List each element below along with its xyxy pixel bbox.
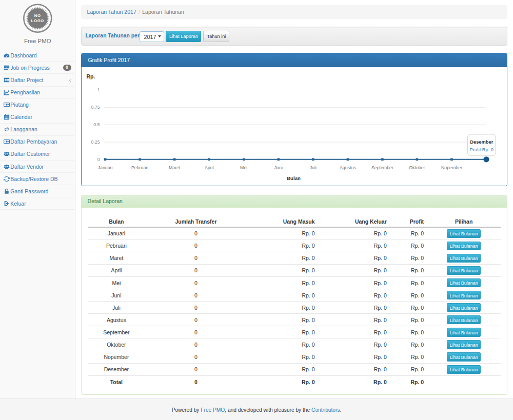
svg-text:Nopember: Nopember (441, 165, 462, 170)
svg-text:September: September (371, 165, 393, 170)
svg-text:0.25: 0.25 (91, 139, 100, 144)
svg-text:Bulan: Bulan (287, 175, 301, 181)
svg-text:NO: NO (34, 13, 41, 18)
svg-text:1: 1 (97, 87, 100, 92)
svg-text:Oktober: Oktober (409, 165, 425, 170)
svg-text:0.75: 0.75 (91, 105, 100, 110)
svg-text:Maret: Maret (169, 165, 181, 170)
svg-text:Desember: Desember (470, 139, 494, 145)
svg-text:Pebruari: Pebruari (131, 165, 148, 170)
svg-text:Rp.: Rp. (87, 74, 95, 79)
svg-text:Juli: Juli (310, 165, 317, 170)
svg-text:0: 0 (97, 156, 100, 162)
svg-text:0.5: 0.5 (94, 122, 100, 127)
svg-text:Mei: Mei (240, 165, 247, 170)
svg-text:LOGO: LOGO (31, 18, 44, 23)
svg-text:Profit Rp: 0: Profit Rp: 0 (470, 147, 494, 152)
svg-text:Agustus: Agustus (340, 165, 356, 170)
svg-text:April: April (205, 165, 214, 170)
svg-text:Januari: Januari (98, 165, 113, 170)
svg-text:Juni: Juni (274, 165, 283, 170)
